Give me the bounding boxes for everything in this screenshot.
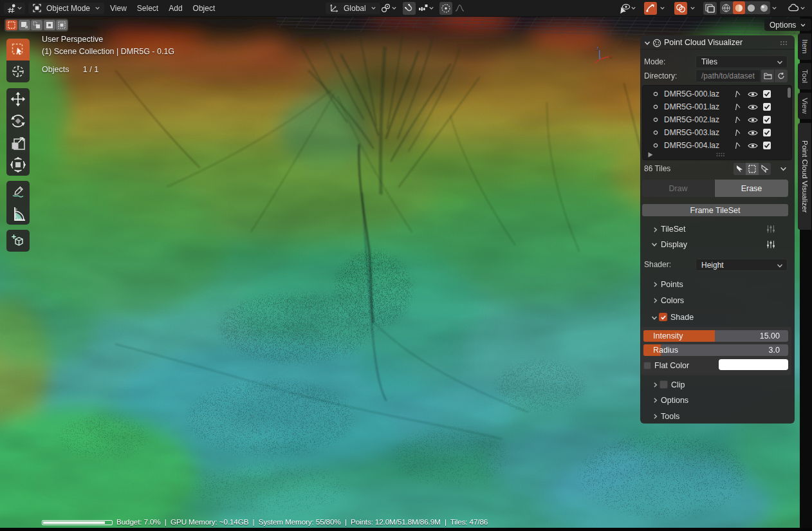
svg-text:x: x: [610, 54, 613, 59]
svg-text:z: z: [596, 46, 598, 50]
